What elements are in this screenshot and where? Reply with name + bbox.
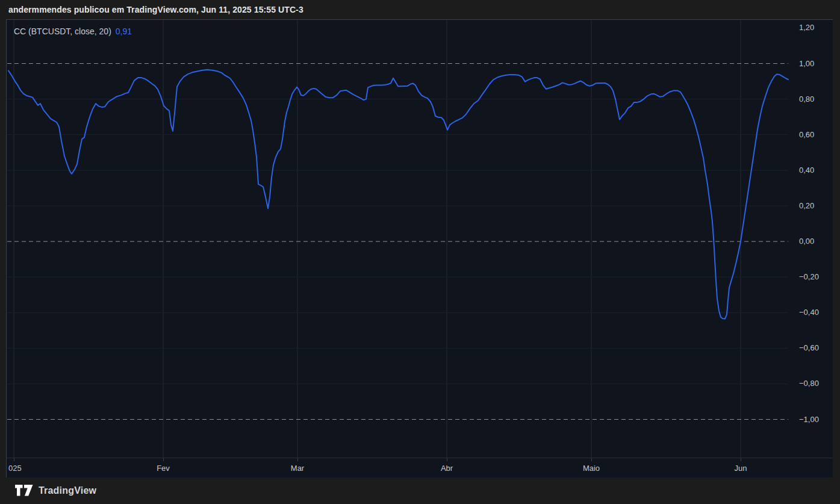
time-axis-tick (447, 458, 447, 461)
price-axis-label: −1,00 (799, 414, 835, 425)
chart-plot-area[interactable] (7, 20, 833, 458)
time-axis[interactable]: 025FevMarAbrMaioJun (6, 458, 833, 478)
price-axis-label: −0,80 (799, 378, 835, 389)
tradingview-logo[interactable]: TradingView (15, 485, 96, 496)
price-axis-label: −0,20 (799, 272, 835, 282)
price-axis-label: 0,00 (799, 236, 835, 247)
indicator-value: 0,91 (116, 26, 132, 36)
indicator-title: CC (BTCUSDT, close, 20) (14, 26, 111, 36)
price-axis-label: −0,40 (799, 307, 835, 318)
price-axis-label: 0,40 (799, 165, 835, 176)
correlation-line (8, 70, 788, 319)
price-axis-label: 0,80 (799, 94, 835, 105)
footer-bar: TradingView (0, 478, 840, 504)
time-axis-tick (741, 458, 741, 461)
chart-pane[interactable]: CC (BTCUSDT, close, 20)0,91 1,201,000,80… (6, 19, 833, 458)
time-axis-label: 025 (8, 458, 22, 478)
time-axis-tick (591, 458, 592, 461)
price-axis-label: 1,20 (799, 22, 835, 33)
time-axis-tick (163, 458, 164, 461)
publish-info-text: andermmendes publicou em TradingView.com… (8, 0, 303, 19)
price-axis-label: 0,60 (799, 129, 835, 140)
tradingview-logo-icon (15, 485, 33, 496)
indicator-legend[interactable]: CC (BTCUSDT, close, 20)0,91 (14, 26, 132, 36)
tradingview-logo-text: TradingView (39, 485, 96, 496)
price-axis-label: −0,60 (799, 343, 835, 353)
screen: andermmendes publicou em TradingView.com… (0, 0, 840, 504)
header-bar: andermmendes publicou em TradingView.com… (0, 0, 840, 19)
time-axis-tick (14, 458, 14, 461)
time-axis-tick (297, 458, 298, 461)
price-axis-label: 0,20 (799, 201, 835, 211)
price-axis-label: 1,00 (799, 58, 835, 69)
